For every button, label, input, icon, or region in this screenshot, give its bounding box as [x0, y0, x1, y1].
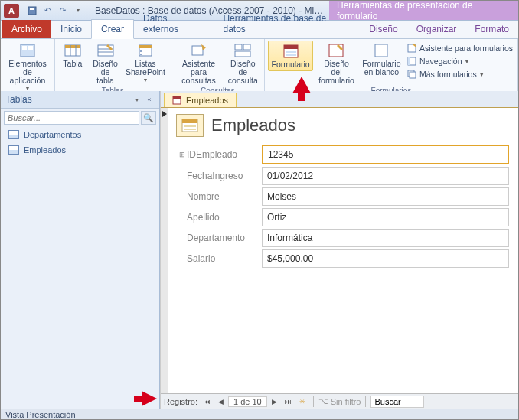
svg-rect-23 — [286, 54, 296, 56]
navpane-search: 🔍 — [1, 109, 159, 127]
query-wizard-button[interactable]: Asistente para consultas — [175, 41, 224, 86]
svg-rect-24 — [329, 44, 343, 57]
field-row: Salario $45,000.00 — [179, 249, 509, 268]
redo-icon[interactable]: ↷ — [56, 4, 70, 18]
document-tab-empleados[interactable]: Empleados — [164, 93, 237, 107]
field-input-fechaingreso[interactable]: 01/02/2012 — [262, 167, 509, 185]
svg-rect-28 — [408, 57, 410, 65]
form-object-icon — [172, 96, 181, 105]
table-button[interactable]: Tabla — [58, 41, 87, 70]
field-label: IDEmpleado — [187, 149, 262, 160]
svg-rect-19 — [235, 51, 250, 57]
blank-form-button[interactable]: Formulario en blanco — [360, 41, 403, 78]
field-label: FechaIngreso — [187, 171, 262, 181]
field-row: Departamento Informática — [179, 229, 509, 247]
table-design-button[interactable]: Diseño de tabla — [89, 41, 122, 86]
ribbon: Elementos de aplicación ▼ Plantillas Tab… — [1, 39, 518, 91]
record-prev-button[interactable]: ◀ — [214, 396, 227, 408]
save-icon[interactable] — [25, 4, 39, 18]
expand-icon[interactable]: ⊞ — [179, 151, 187, 158]
record-current[interactable]: 1 de 10 — [228, 396, 267, 407]
navigation-pane: Tablas ▼ « 🔍 Departamentos Empleados — [1, 91, 160, 409]
field-input-apellido[interactable]: Ortiz — [262, 208, 509, 226]
tab-external-data[interactable]: Datos externos — [134, 9, 214, 38]
record-first-button[interactable]: ⏮ — [201, 396, 213, 408]
navpane-search-input[interactable] — [4, 111, 139, 125]
form-body: Empleados ⊞ IDEmpleado 12345 FechaIngres… — [161, 108, 518, 393]
ribbon-group-templates: Elementos de aplicación ▼ Plantillas — [1, 39, 55, 91]
tab-create[interactable]: Crear — [91, 19, 134, 39]
navpane-header[interactable]: Tablas ▼ « — [1, 91, 159, 109]
application-parts-icon — [18, 42, 37, 59]
sharepoint-lists-icon — [136, 42, 155, 59]
no-filter-indicator[interactable]: ⌥Sin filtro — [318, 396, 361, 406]
table-icon — [64, 42, 82, 59]
sharepoint-lists-button[interactable]: Listas SharePoint ▼ — [123, 41, 167, 84]
form-wizard-link[interactable]: Asistente para formularios — [405, 42, 514, 54]
application-parts-button[interactable]: Elementos de aplicación ▼ — [4, 41, 51, 93]
record-navigator: Registro: ⏮ ◀ 1 de 10 ▶ ⏭ ✳ ⌥Sin filtro — [161, 393, 518, 409]
form-design-button[interactable]: Diseño del formulario — [315, 41, 358, 86]
form-wizard-icon — [406, 43, 417, 54]
callout-arrow-form — [292, 77, 311, 93]
field-label: Nombre — [187, 191, 262, 202]
svg-rect-18 — [243, 44, 250, 50]
form-design-icon — [327, 42, 345, 59]
svg-rect-6 — [65, 45, 80, 48]
undo-icon[interactable]: ↶ — [41, 4, 54, 18]
record-next-button[interactable]: ▶ — [269, 396, 281, 408]
form-header-icon — [176, 114, 204, 137]
navigation-link[interactable]: Navegación ▼ — [405, 55, 514, 67]
table-object-icon — [8, 130, 19, 139]
field-row: FechaIngreso 01/02/2012 — [179, 167, 509, 185]
field-input-salario[interactable]: $45,000.00 — [262, 249, 509, 268]
record-last-button[interactable]: ⏭ — [282, 396, 295, 408]
tab-database-tools[interactable]: Herramientas de base de datos — [214, 9, 360, 38]
more-forms-icon — [406, 69, 417, 80]
field-row: Apellido Ortiz — [179, 208, 509, 226]
status-bar: Vista Presentación — [1, 409, 518, 420]
quick-access-toolbar: ↶ ↷ ▼ — [25, 4, 85, 18]
tab-design[interactable]: Diseño — [360, 20, 406, 38]
blank-form-icon — [372, 42, 390, 59]
search-icon[interactable]: 🔍 — [141, 111, 156, 125]
table-object-icon — [8, 145, 19, 155]
navpane-dropdown-icon[interactable]: ▼ — [132, 94, 142, 105]
field-input-nombre[interactable]: Moises — [262, 187, 509, 206]
form-button[interactable]: Formulario — [268, 41, 313, 71]
query-design-button[interactable]: Diseño de consulta — [225, 41, 261, 86]
record-new-button[interactable]: ✳ — [296, 396, 308, 408]
navpane-item-departamentos[interactable]: Departamentos — [1, 127, 159, 142]
svg-rect-30 — [410, 72, 416, 78]
more-forms-link[interactable]: Más formularios ▼ — [405, 68, 514, 80]
filter-icon: ⌥ — [318, 396, 328, 406]
qat-dropdown-icon[interactable]: ▼ — [71, 4, 85, 18]
svg-rect-22 — [286, 51, 296, 53]
ribbon-group-tables: Tabla Diseño de tabla Listas SharePoint … — [55, 39, 171, 91]
tab-format[interactable]: Formato — [465, 20, 518, 38]
svg-rect-36 — [184, 129, 196, 130]
svg-point-15 — [140, 54, 142, 55]
svg-rect-34 — [182, 119, 197, 123]
tab-file[interactable]: Archivo — [2, 20, 51, 38]
workspace: Tablas ▼ « 🔍 Departamentos Empleados Emp… — [1, 91, 518, 409]
navpane-item-empleados[interactable]: Empleados — [1, 142, 159, 158]
form-title: Empleados — [211, 116, 295, 135]
query-wizard-icon — [190, 42, 208, 59]
field-input-departamento[interactable]: Informática — [262, 229, 509, 247]
navigation-icon — [406, 56, 417, 67]
access-app-icon: A — [4, 4, 19, 18]
navpane-collapse-icon[interactable]: « — [144, 94, 155, 105]
record-selector[interactable] — [161, 108, 168, 393]
field-input-idempleado[interactable]: 12345 — [262, 145, 509, 164]
field-label: Departamento — [187, 233, 262, 243]
record-search-input[interactable] — [370, 396, 424, 408]
tab-arrange[interactable]: Organizar — [407, 20, 466, 38]
document-tab-row: Empleados — [161, 91, 518, 108]
svg-rect-3 — [22, 46, 27, 50]
callout-arrow-recordnav — [142, 391, 157, 406]
svg-rect-25 — [375, 44, 387, 57]
svg-rect-1 — [30, 8, 34, 10]
document-area: Empleados Empleados ⊞ IDEmpleado 12345 F… — [160, 91, 518, 409]
tab-home[interactable]: Inicio — [51, 20, 91, 38]
